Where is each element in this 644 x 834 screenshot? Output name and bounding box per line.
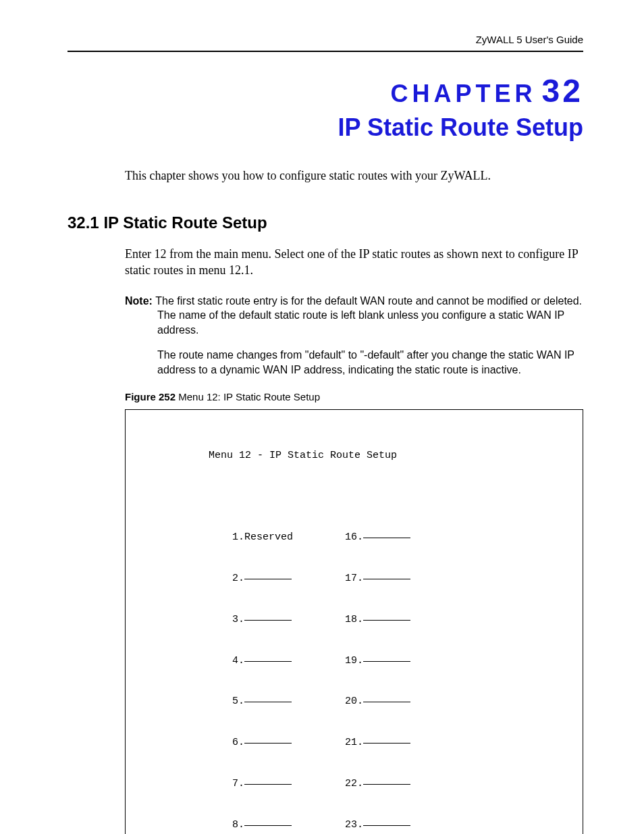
note-label: Note:: [125, 295, 155, 307]
terminal-screen: Menu 12 - IP Static Route Setup 1.Reserv…: [125, 409, 583, 834]
section-para-1: Enter 12 from the main menu. Select one …: [125, 246, 583, 279]
chapter-intro: This chapter shows you how to configure …: [125, 169, 583, 183]
note-block: Note: The first static route entry is fo…: [125, 294, 583, 377]
figure-caption-text: Menu 12: IP Static Route Setup: [176, 391, 320, 402]
route-slot: 17.: [345, 572, 410, 585]
chapter-label-word: CHAPTER: [391, 80, 537, 107]
chapter-title: IP Static Route Setup: [68, 113, 583, 142]
chapter-label: CHAPTER32: [68, 72, 583, 109]
route-slot: 4.: [232, 654, 298, 668]
header-guide-title: ZyWALL 5 User's Guide: [68, 34, 583, 45]
route-slot: 18.: [345, 613, 410, 627]
route-slot: 23.: [345, 818, 410, 832]
note-body-2: The route name changes from "default" to…: [125, 348, 583, 377]
route-slot: 16.: [345, 531, 410, 544]
route-slot: 20.: [345, 695, 410, 708]
figure-label: Figure 252: [125, 391, 176, 402]
figure-caption: Figure 252 Menu 12: IP Static Route Setu…: [125, 391, 583, 402]
route-slot: 7.: [232, 777, 298, 791]
route-slot: 22.: [345, 777, 410, 791]
terminal-col-2: 16. 17. 18. 19. 20. 21. 22. 23. 24. 25. …: [345, 504, 410, 834]
note-body-1: The first static route entry is for the …: [155, 295, 582, 336]
route-slot: 6.: [232, 736, 298, 750]
route-slot: 19.: [345, 654, 410, 668]
header-rule: [68, 51, 583, 52]
chapter-label-number: 32: [537, 73, 583, 109]
section-heading: 32.1 IP Static Route Setup: [68, 213, 583, 232]
terminal-title: Menu 12 - IP Static Route Setup: [144, 449, 564, 463]
route-slot: 2.: [232, 572, 298, 585]
route-slot: 1.Reserved: [232, 531, 298, 544]
route-slot: 21.: [345, 736, 410, 750]
terminal-col-1: 1.Reserved 2. 3. 4. 5. 6. 7. 8. 9. 10. 1…: [232, 504, 298, 834]
route-slot: 3.: [232, 613, 298, 627]
route-slot: 8.: [232, 818, 298, 832]
route-slot: 5.: [232, 695, 298, 708]
